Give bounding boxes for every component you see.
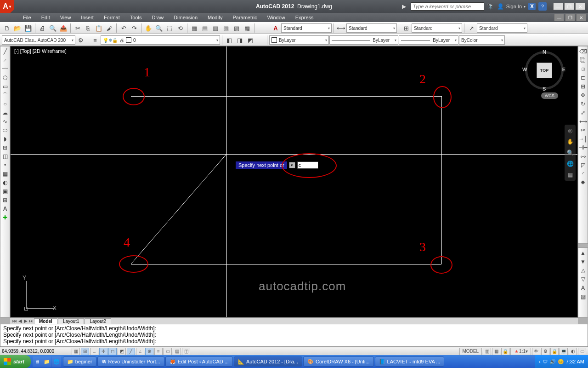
textstyle-select[interactable]: Standard	[281, 23, 332, 33]
cut-icon[interactable]: ✂	[73, 23, 83, 33]
tab-next-icon[interactable]: ▶	[23, 318, 28, 323]
paste-icon[interactable]: 📋	[94, 23, 104, 33]
workspace-select[interactable]: AutoCAD Clas...AutoCAD 200	[2, 35, 75, 45]
mtext-icon[interactable]: A	[1, 205, 9, 213]
isolate-icon[interactable]: ◐	[569, 348, 577, 355]
ws-switch-icon[interactable]: ⚙	[541, 348, 549, 355]
mirror-icon[interactable]: ⎅	[579, 65, 587, 73]
copy2-icon[interactable]: ⿻	[579, 56, 587, 64]
new-icon[interactable]: 🗋	[2, 23, 12, 33]
qcalc-icon[interactable]: ▩	[242, 23, 252, 33]
viewport-label[interactable]: [-] [Top] [2D Wireframe]	[14, 48, 67, 54]
move-icon[interactable]: ✥	[579, 91, 587, 99]
tab-layout2[interactable]: Layout2	[85, 318, 111, 324]
exchange-icon[interactable]: X	[528, 3, 536, 10]
table-icon[interactable]: ⊞	[1, 196, 9, 204]
ql-app1-icon[interactable]: 📁	[42, 356, 51, 367]
annoscale-icon[interactable]: 🔒	[501, 348, 509, 355]
drawing-area[interactable]: [-] [Top] [2D Wireframe] 1 2 3 4 Specify…	[10, 46, 578, 317]
grid-toggle[interactable]: ⊞	[81, 348, 89, 355]
undo-icon[interactable]: ↶	[119, 23, 129, 33]
ql-app2-icon[interactable]: 🌐	[52, 356, 61, 367]
chamfer-icon[interactable]: ◸	[579, 161, 587, 169]
snap-toggle[interactable]: ▦	[72, 348, 80, 355]
clock[interactable]: 7:32 AM	[566, 359, 584, 364]
point-icon[interactable]: •	[1, 161, 9, 169]
trim-icon[interactable]: ✂	[579, 126, 587, 134]
above-icon[interactable]: △	[579, 266, 587, 275]
ellipse-icon[interactable]: ⬭	[1, 126, 9, 134]
plotstyle-select[interactable]: ByColor	[459, 35, 505, 45]
osnap-toggle[interactable]: ◻	[108, 348, 117, 355]
offset-icon[interactable]: ⊏	[579, 74, 587, 82]
task-explorer[interactable]: 📁beginer	[63, 356, 96, 367]
tray-icon[interactable]: 🔊	[549, 359, 556, 365]
task-corel[interactable]: 🎨CorelDRAW X6 - [Unti...	[303, 356, 374, 367]
circle-icon[interactable]: ○	[1, 100, 9, 108]
addselected-icon[interactable]: ✚	[1, 213, 9, 222]
sheet-icon[interactable]: ▧	[221, 23, 231, 33]
layer-state-icon[interactable]: ◩	[245, 35, 255, 45]
insert-icon[interactable]: ⊞	[1, 144, 9, 152]
tpy-toggle[interactable]: ▭	[164, 348, 172, 355]
polygon-icon[interactable]: ⬠	[1, 74, 9, 82]
line-icon[interactable]: ╱	[1, 47, 9, 56]
ws-settings-icon[interactable]: ⚙	[76, 35, 86, 45]
zoom-rt-icon[interactable]: 🔍	[154, 23, 164, 33]
menu-window[interactable]: Window	[263, 14, 290, 21]
command-window[interactable]: Specify next point or [Arc/Close/Halfwid…	[0, 324, 588, 347]
mleader-icon[interactable]: ↗	[466, 23, 476, 33]
open-icon[interactable]: 📂	[12, 23, 23, 33]
search-input[interactable]	[411, 2, 484, 11]
ellipsearc-icon[interactable]: ◗	[1, 135, 9, 143]
break-icon[interactable]: ⊣⊢	[579, 144, 587, 152]
region-icon[interactable]: ▣	[1, 187, 9, 196]
zoom-win-icon[interactable]: ⬚	[164, 23, 175, 33]
preview-icon[interactable]: 🔍	[48, 23, 58, 33]
rectangle-icon[interactable]: ▭	[1, 82, 9, 91]
zoom-prev-icon[interactable]: ⟲	[175, 23, 185, 33]
layer-iso-icon[interactable]: ◧	[224, 35, 234, 45]
3dosnap-toggle[interactable]: ◩	[118, 348, 126, 355]
below-icon[interactable]: ▽	[579, 275, 587, 283]
properties-icon[interactable]: ▦	[189, 23, 199, 33]
polar-toggle[interactable]: ✛	[99, 348, 107, 355]
lineweight-select[interactable]: ByLayer	[399, 35, 458, 45]
markup-icon[interactable]: ▨	[232, 23, 242, 33]
task-revo[interactable]: 🛠Revo Uninstaller Port...	[97, 356, 164, 367]
pline-icon[interactable]: 〰	[1, 65, 9, 73]
print-icon[interactable]: 🖨	[37, 23, 47, 33]
sign-in-button[interactable]: 👤 Sign In▾	[497, 3, 526, 10]
model-space-button[interactable]: MODEL	[459, 348, 482, 355]
tray-icon[interactable]: 😊	[558, 359, 564, 365]
save-icon[interactable]: 💾	[23, 23, 33, 33]
dimstyle-icon[interactable]: ⟷	[336, 23, 346, 33]
back-icon[interactable]: ▼	[579, 258, 587, 266]
menu-edit[interactable]: Edit	[37, 14, 55, 21]
doc-close-button[interactable]: ✕	[576, 14, 586, 21]
spline-icon[interactable]: ∿	[1, 117, 9, 126]
qp-toggle[interactable]: ▤	[173, 348, 181, 355]
viewcube[interactable]: TOP N S E W	[525, 51, 564, 90]
fillet-icon[interactable]: ◜	[579, 170, 587, 178]
wheel-icon[interactable]: ◎	[566, 126, 574, 135]
annovisibility-icon[interactable]: 👁	[532, 348, 540, 355]
dyn-toggle[interactable]: ⊕	[145, 348, 153, 355]
minimize-button[interactable]: —	[553, 3, 563, 10]
menu-view[interactable]: View	[56, 14, 76, 21]
start-button[interactable]: start	[0, 355, 31, 368]
scale-icon[interactable]: ⤢	[579, 109, 587, 117]
tablestyle-select[interactable]: Standard	[412, 23, 462, 33]
close-button[interactable]: ✕	[575, 3, 585, 10]
tray-icon[interactable]: 🛡	[543, 359, 548, 364]
match-icon[interactable]: 🖌	[104, 23, 114, 33]
doc-restore-button[interactable]: ❐	[565, 14, 575, 21]
tab-first-icon[interactable]: ⏮	[12, 318, 17, 323]
revcloud-icon[interactable]: ☁	[1, 109, 9, 117]
gradient-icon[interactable]: ◐	[1, 178, 9, 187]
linetype-select[interactable]: ByLayer	[329, 35, 398, 45]
menu-insert[interactable]: Insert	[76, 14, 98, 21]
lwt-toggle[interactable]: ≡	[154, 348, 163, 355]
qview-layouts-icon[interactable]: ▥	[483, 348, 491, 355]
task-lacviet[interactable]: 📘LACVIET - mtd9 EVA ...	[375, 356, 445, 367]
